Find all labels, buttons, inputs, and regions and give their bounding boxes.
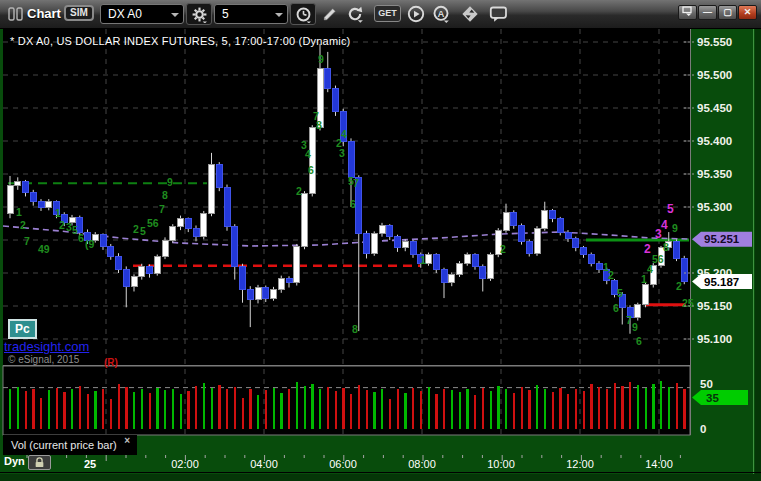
get-data-button[interactable]: GET bbox=[374, 5, 401, 22]
volume-bar bbox=[218, 385, 220, 429]
volume-bar bbox=[528, 390, 530, 429]
candle bbox=[263, 288, 269, 299]
volume-bar bbox=[459, 392, 461, 429]
pivot-count-label: 56 bbox=[147, 217, 159, 229]
candle bbox=[278, 278, 284, 289]
title-bar: Chart SIM DX A0 5 bbox=[0, 0, 761, 29]
pivot-count-label: 6 bbox=[636, 335, 642, 347]
volume-bar bbox=[552, 392, 554, 429]
close-button[interactable]: ✕ bbox=[738, 5, 757, 20]
volume-bar bbox=[311, 384, 313, 429]
volume-bar bbox=[583, 391, 585, 429]
pivot-count-label: 4 bbox=[341, 128, 347, 140]
candle bbox=[534, 228, 540, 253]
volume-bar bbox=[327, 387, 329, 429]
window-icon bbox=[8, 7, 24, 21]
pivot-count-label: 1 bbox=[55, 207, 61, 219]
volume-bar bbox=[164, 390, 166, 429]
minimize-button[interactable]: — bbox=[698, 5, 717, 20]
candle bbox=[395, 237, 401, 248]
volume-badge-label: 35 bbox=[706, 392, 719, 404]
volume-bar bbox=[645, 388, 647, 429]
candle bbox=[457, 263, 463, 274]
price-tick-label: 95.350 bbox=[697, 168, 732, 180]
r-label: (R) bbox=[104, 357, 118, 368]
popout-window-button[interactable] bbox=[678, 5, 697, 20]
candle bbox=[480, 266, 486, 278]
price-tick-label: 95.500 bbox=[697, 69, 732, 81]
volume-bar bbox=[118, 384, 120, 429]
letter-a-circle-icon: A bbox=[432, 5, 450, 23]
volume-bar bbox=[319, 389, 321, 430]
candle bbox=[46, 202, 52, 207]
volume-bar bbox=[304, 386, 306, 429]
candle bbox=[643, 285, 649, 305]
candle bbox=[371, 233, 377, 253]
candle bbox=[7, 186, 13, 214]
interval-combo[interactable]: 5 bbox=[214, 4, 288, 24]
auto-mode-button[interactable]: A bbox=[429, 3, 453, 25]
volume-bar bbox=[265, 390, 267, 429]
candle bbox=[38, 202, 44, 207]
draw-tool-button[interactable] bbox=[317, 3, 341, 25]
volume-bar bbox=[358, 385, 360, 429]
volume-bar bbox=[110, 399, 112, 429]
candle bbox=[178, 219, 184, 227]
candle bbox=[635, 305, 641, 318]
volume-bar bbox=[280, 393, 282, 429]
volume-study-close-icon[interactable]: × bbox=[124, 431, 130, 451]
candle bbox=[550, 211, 556, 219]
symbol-combo-value: DX A0 bbox=[108, 7, 142, 21]
volume-study-tab[interactable]: Vol (current price bar) × bbox=[3, 435, 137, 455]
candle bbox=[131, 276, 137, 286]
volume-bar bbox=[9, 389, 11, 429]
candle bbox=[410, 241, 416, 254]
time-tick-label: 04:00 bbox=[250, 458, 278, 470]
volume-bar bbox=[451, 390, 453, 429]
chart-canvas[interactable]: 1274912356(92556789234678923457681212567… bbox=[0, 0, 761, 481]
pivot-count-label: 9 bbox=[318, 53, 324, 65]
candle bbox=[201, 214, 207, 237]
pivot-count-label: 8 bbox=[316, 119, 322, 131]
link-symbol-button[interactable] bbox=[458, 3, 482, 25]
volume-bar bbox=[521, 387, 523, 429]
volume-bar bbox=[350, 394, 352, 429]
candle bbox=[286, 278, 292, 283]
volume-bar bbox=[17, 387, 19, 429]
volume-bar bbox=[342, 388, 344, 429]
lock-button[interactable] bbox=[28, 455, 51, 470]
tradesight-link[interactable]: tradesight.com bbox=[4, 339, 89, 354]
candle bbox=[472, 255, 478, 267]
volume-bar bbox=[187, 391, 189, 429]
symbol-combo[interactable]: DX A0 bbox=[100, 4, 184, 24]
candle bbox=[170, 227, 176, 240]
pivot-count-label: 7 bbox=[24, 235, 30, 247]
volume-bar bbox=[63, 392, 65, 429]
candle bbox=[240, 266, 246, 289]
pivot-count-label: 8 bbox=[352, 323, 358, 335]
pivot-count-label: 6 bbox=[78, 232, 84, 244]
maximize-button[interactable]: ▢ bbox=[718, 5, 737, 20]
symbol-settings-button[interactable] bbox=[186, 3, 212, 25]
notes-button[interactable] bbox=[486, 3, 510, 25]
play-icon bbox=[407, 5, 425, 23]
candle bbox=[379, 225, 385, 233]
pivot-count-label: 4 bbox=[661, 218, 668, 232]
candle bbox=[441, 270, 447, 283]
candle bbox=[581, 248, 587, 255]
pivot-count-label: 49 bbox=[38, 243, 50, 255]
volume-bar bbox=[567, 394, 569, 429]
volume-bar bbox=[180, 394, 182, 429]
candle bbox=[588, 255, 594, 264]
candle bbox=[247, 290, 253, 300]
play-button[interactable] bbox=[404, 3, 428, 25]
candle bbox=[565, 232, 571, 239]
pivot-count-label: (9 bbox=[85, 238, 94, 250]
candle bbox=[139, 266, 145, 276]
time-template-button[interactable] bbox=[290, 3, 316, 25]
pivot-count-label: 2 bbox=[59, 219, 65, 231]
candle bbox=[488, 255, 494, 279]
candle bbox=[402, 241, 408, 248]
pivot-count-label: 56 bbox=[652, 253, 664, 265]
reload-data-button[interactable] bbox=[343, 3, 367, 25]
